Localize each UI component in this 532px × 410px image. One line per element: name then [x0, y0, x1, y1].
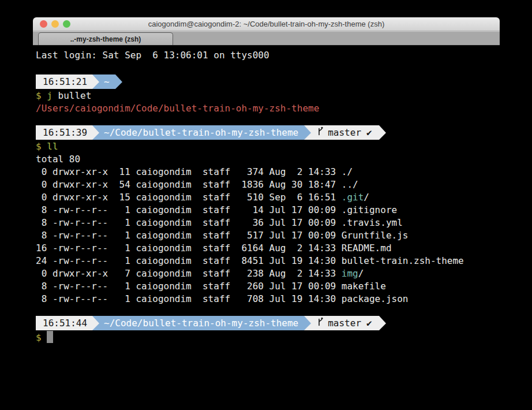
terminal-text: .git: [342, 192, 364, 203]
close-icon[interactable]: [40, 20, 47, 28]
terminal-output-line: 0 drwxr-xr-x 15 caiogondim staff 510 Sep…: [36, 191, 500, 204]
powerline-arrow-icon: [92, 74, 99, 89]
terminal-text: $: [36, 332, 42, 343]
powerline-arrow-icon: [92, 125, 99, 140]
checkmark-icon: ✔: [366, 126, 372, 139]
terminal-output-line: Last login: Sat Sep 6 13:06:01 on ttys00…: [36, 49, 500, 62]
terminal-text: 0 drwxr-xr-x 11 caiogondim staff 374 Aug…: [36, 166, 342, 177]
terminal-text: README.md: [342, 243, 392, 254]
prompt-path-segment: ~/Code/bullet-train-oh-my-zsh-theme: [99, 125, 304, 140]
terminal-input-line: $: [36, 331, 500, 344]
terminal-text: img: [342, 268, 358, 279]
terminal-output-line: 8 -rw-r--r-- 1 caiogondim staff 260 Jul …: [36, 280, 500, 293]
prompt-git-segment: master✔: [311, 316, 379, 330]
terminal-text: ./: [342, 166, 353, 177]
traffic-lights: [40, 17, 70, 31]
checkmark-icon: ✔: [366, 317, 372, 330]
terminal-text: 8 -rw-r--r-- 1 caiogondim staff 708 Jul …: [36, 293, 342, 304]
terminal-output-line: 8 -rw-r--r-- 1 caiogondim staff 36 Jul 1…: [36, 217, 500, 229]
terminal-text: 8 -rw-r--r-- 1 caiogondim staff 36 Jul 1…: [36, 217, 342, 228]
terminal-text: [42, 332, 47, 343]
git-branch-name: master: [328, 317, 361, 330]
tab-bar: ..-my-zsh-theme (zsh): [33, 31, 500, 46]
powerline-arrow-icon: [379, 125, 386, 140]
terminal-text: bullet: [53, 90, 91, 101]
tab-active[interactable]: ..-my-zsh-theme (zsh): [38, 32, 173, 45]
prompt-line: 16:51:21~: [36, 74, 500, 89]
prompt-time-segment: 16:51:39: [36, 125, 92, 140]
terminal-blank-line: [36, 115, 500, 124]
terminal-text: ../: [342, 179, 358, 190]
powerline-arrow-icon: [304, 316, 311, 330]
terminal-output-line: 8 -rw-r--r-- 1 caiogondim staff 14 Jul 1…: [36, 204, 500, 217]
powerline-arrow-icon: [304, 125, 311, 140]
terminal-text: 8 -rw-r--r-- 1 caiogondim staff 14 Jul 1…: [36, 204, 342, 215]
terminal-text: 8 -rw-r--r-- 1 caiogondim staff 260 Jul …: [36, 281, 342, 292]
terminal-text: ll: [47, 141, 58, 152]
tab-label: ..-my-zsh-theme (zsh): [70, 35, 141, 43]
terminal-text: Last login: Sat Sep 6 13:06:01 on ttys00…: [36, 50, 269, 61]
terminal-output-line: total 80: [36, 153, 500, 166]
terminal-output-line: 24 -rw-r--r-- 1 caiogondim staff 8451 Ju…: [36, 255, 500, 267]
terminal-text: makefile: [342, 281, 386, 292]
powerline-arrow-icon: [115, 74, 122, 89]
minimize-icon[interactable]: [51, 20, 59, 28]
zoom-icon[interactable]: [63, 20, 70, 28]
window-titlebar[interactable]: caiogondim@caiogondim-2: ~/Code/bullet-t…: [33, 17, 500, 31]
terminal-output-line: /Users/caiogondim/Code/bullet-train-oh-m…: [36, 102, 500, 115]
terminal-text: 0 drwxr-xr-x 15 caiogondim staff 510 Sep…: [36, 192, 342, 203]
terminal-text: package.json: [342, 293, 409, 304]
terminal-text: 8 -rw-r--r-- 1 caiogondim staff 517 Jul …: [36, 230, 342, 241]
prompt-time-segment: 16:51:21: [36, 74, 92, 89]
git-branch-icon: [317, 126, 324, 139]
terminal-text: 0 drwxr-xr-x 54 caiogondim staff 1836 Au…: [36, 179, 342, 190]
prompt-path-segment: ~: [99, 74, 115, 89]
terminal-text: /: [358, 268, 364, 279]
terminal-output-line: 0 drwxr-xr-x 54 caiogondim staff 1836 Au…: [36, 178, 500, 191]
terminal-text: 0 drwxr-xr-x 7 caiogondim staff 238 Aug …: [36, 268, 342, 279]
terminal-text: [42, 90, 47, 101]
terminal-screen[interactable]: Last login: Sat Sep 6 13:06:01 on ttys00…: [33, 46, 500, 410]
powerline-arrow-icon: [379, 316, 386, 330]
prompt-path-segment: ~/Code/bullet-train-oh-my-zsh-theme: [99, 316, 304, 330]
git-branch-icon: [317, 317, 324, 330]
terminal-text: Gruntfile.js: [342, 230, 409, 241]
terminal-text: /: [364, 192, 369, 203]
terminal-output-line: 0 drwxr-xr-x 7 caiogondim staff 238 Aug …: [36, 267, 500, 280]
terminal-output-line: 8 -rw-r--r-- 1 caiogondim staff 708 Jul …: [36, 293, 500, 305]
terminal-text: /Users/caiogondim/Code/bullet-train-oh-m…: [36, 103, 319, 114]
window-title: caiogondim@caiogondim-2: ~/Code/bullet-t…: [148, 20, 385, 28]
terminal-text: total 80: [36, 154, 80, 165]
powerline-arrow-icon: [92, 316, 99, 330]
git-branch-name: master: [328, 126, 361, 139]
prompt-git-segment: master✔: [311, 125, 379, 140]
terminal-text: 16 -rw-r--r-- 1 caiogondim staff 6164 Au…: [36, 243, 342, 254]
prompt-line: 16:51:39~/Code/bullet-train-oh-my-zsh-th…: [36, 125, 500, 140]
terminal-text: 24 -rw-r--r-- 1 caiogondim staff 8451 Ju…: [36, 255, 342, 266]
terminal-blank-line: [36, 62, 500, 73]
terminal-text: j: [47, 90, 53, 101]
terminal-input-line: $ j bullet: [36, 90, 500, 102]
terminal-text: .gitignore: [342, 204, 397, 215]
terminal-window: caiogondim@caiogondim-2: ~/Code/bullet-t…: [33, 17, 500, 410]
terminal-output-line: 8 -rw-r--r-- 1 caiogondim staff 517 Jul …: [36, 229, 500, 242]
terminal-text: bullet-train.zsh-theme: [342, 255, 464, 266]
terminal-text: [42, 141, 47, 152]
terminal-output-line: 0 drwxr-xr-x 11 caiogondim staff 374 Aug…: [36, 166, 500, 178]
terminal-text: $: [36, 141, 42, 152]
terminal-text: .travis.yml: [342, 217, 403, 228]
terminal-output-line: 16 -rw-r--r-- 1 caiogondim staff 6164 Au…: [36, 242, 500, 255]
terminal-input-line: $ ll: [36, 140, 500, 153]
terminal-blank-line: [36, 305, 500, 315]
block-cursor[interactable]: [47, 331, 53, 343]
prompt-time-segment: 16:51:44: [36, 316, 92, 330]
terminal-text: $: [36, 90, 42, 101]
prompt-line: 16:51:44~/Code/bullet-train-oh-my-zsh-th…: [36, 316, 500, 330]
